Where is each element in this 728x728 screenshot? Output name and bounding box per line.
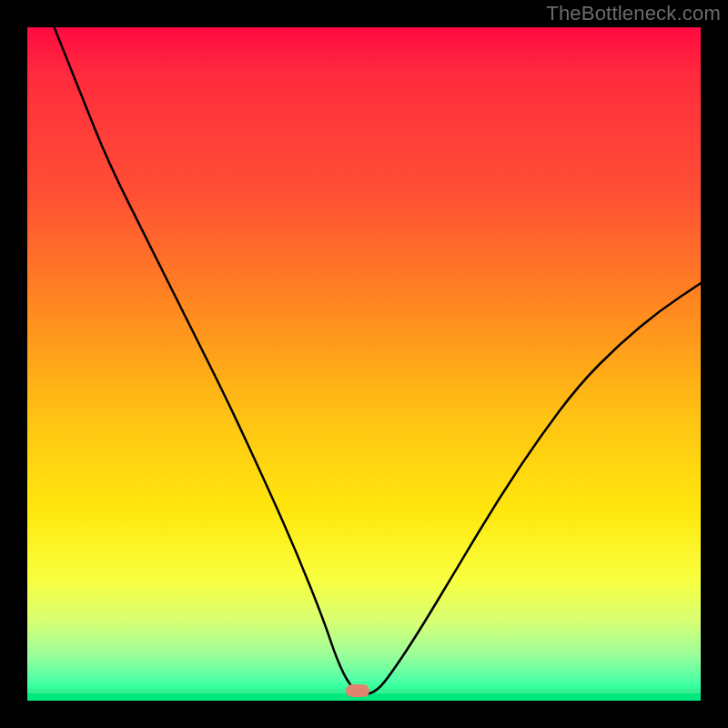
bottleneck-curve — [27, 27, 701, 701]
optimal-point-marker — [346, 684, 369, 697]
plot-area — [27, 27, 701, 701]
watermark-text: TheBottleneck.com — [546, 2, 721, 25]
chart-stage: TheBottleneck.com — [0, 0, 728, 728]
